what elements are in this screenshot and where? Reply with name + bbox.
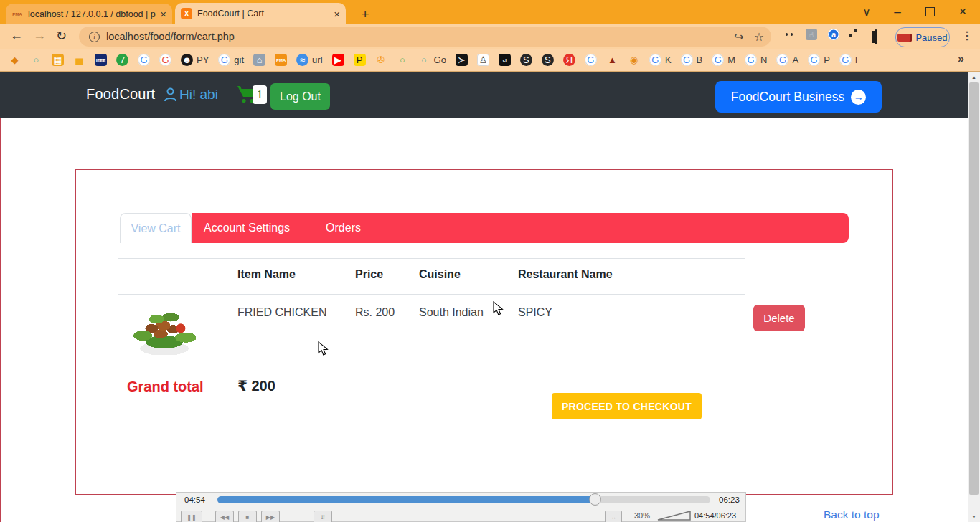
bookmark-label: I	[855, 54, 858, 65]
tab-bar: Account Settings Orders	[192, 213, 849, 243]
foodcourt-business-button[interactable]: FoodCourt Business →	[715, 81, 882, 113]
window-maximize-button[interactable]	[914, 0, 946, 24]
bookmark-item[interactable]: GP	[808, 54, 830, 66]
bookmark-item[interactable]: cl	[499, 54, 511, 66]
player-stop-button[interactable]: ■	[238, 511, 257, 522]
player-time-display: 04:54/06:23	[694, 511, 736, 520]
tab-view-cart[interactable]: View Cart	[120, 213, 192, 243]
new-tab-button[interactable]: +	[356, 5, 374, 24]
bookmark-favicon-icon: PMA	[275, 54, 287, 66]
user-greeting: Hi! abi	[179, 87, 218, 103]
player-rewind-button[interactable]: ◀◀	[215, 511, 234, 522]
bookmark-favicon-icon: ≻	[456, 54, 468, 66]
player-split-button[interactable]: ⇵	[314, 511, 332, 522]
bookmark-item[interactable]: ⌂	[253, 54, 265, 66]
bookmark-item[interactable]: GM	[712, 54, 735, 66]
hand-glyph: ☝	[806, 29, 817, 40]
browser-menu-kebab-icon[interactable]: ⋮	[961, 29, 973, 42]
mouse-cursor	[493, 301, 504, 316]
site-info-icon[interactable]: i	[89, 32, 100, 42]
volume-wedge-icon[interactable]	[657, 509, 692, 521]
bookmark-item[interactable]: G	[159, 54, 171, 66]
browser-tab-foodcourt-active[interactable]: X FoodCourt | Cart ×	[175, 3, 346, 24]
bookmark-label: B	[697, 54, 703, 65]
forward-icon[interactable]: →	[33, 28, 46, 43]
bookmark-item[interactable]: ▲	[606, 54, 618, 66]
proceed-to-checkout-button[interactable]: PROCEED TO CHECKOUT	[552, 393, 702, 419]
browser-tab-phpmyadmin[interactable]: PMA localhost / 127.0.0.1 / dbfood | p ×	[6, 4, 172, 24]
tab-close-icon[interactable]: ×	[160, 9, 166, 19]
bookmark-item[interactable]: S	[520, 54, 532, 66]
col-header-item-name: Item Name	[237, 268, 296, 281]
adblock-extension-icon[interactable]: a	[828, 29, 839, 40]
arrow-circle-icon: →	[851, 90, 866, 105]
bookmark-item[interactable]: ▦	[52, 54, 64, 66]
player-forward-button[interactable]: ▶▶	[261, 511, 280, 522]
side-panel-icon[interactable]	[875, 31, 877, 43]
delete-button[interactable]: Delete	[753, 305, 805, 331]
bookmark-favicon-icon: ▶	[332, 54, 344, 66]
bookmark-item[interactable]: ♙	[477, 54, 489, 66]
bookmark-item[interactable]: ○	[397, 54, 409, 66]
tab-orders[interactable]: Orders	[326, 222, 361, 234]
bookmark-item[interactable]: ○	[30, 54, 42, 66]
tab-close-icon[interactable]: ×	[334, 9, 340, 19]
bookmark-item[interactable]: ☻PY	[181, 54, 209, 66]
phpmyadmin-favicon-icon: PMA	[11, 9, 23, 20]
grand-total-amount: ₹ 200	[237, 377, 275, 394]
bookmark-item[interactable]: GB	[681, 54, 703, 66]
bookmark-item[interactable]: ≻	[456, 54, 468, 66]
bookmark-item[interactable]: G	[138, 54, 150, 66]
player-fit-button[interactable]: ↔	[605, 511, 622, 522]
bookmark-item[interactable]: G	[585, 54, 597, 66]
tab-account-settings[interactable]: Account Settings	[204, 222, 290, 234]
bookmark-item[interactable]: ◉	[628, 54, 640, 66]
tab-title: localhost / 127.0.0.1 / dbfood | p	[28, 9, 156, 19]
bookmark-label: K	[665, 54, 672, 65]
bookmark-label: PY	[197, 54, 209, 65]
bookmark-item[interactable]: GK	[649, 54, 672, 66]
bookmark-item[interactable]: ○Go	[418, 54, 446, 66]
scrollbar-thumb[interactable]	[969, 82, 979, 495]
bookmark-item[interactable]: Я	[563, 54, 575, 66]
bookmark-item[interactable]: PMA	[275, 54, 287, 66]
share-icon[interactable]: ↪	[734, 30, 743, 44]
bookmark-item[interactable]: S	[542, 54, 554, 66]
scrollbar-down-button[interactable]: ▼	[968, 511, 980, 522]
logout-button[interactable]: Log Out	[270, 83, 330, 110]
bookmarks-overflow-icon[interactable]: »	[958, 52, 964, 65]
bookmark-item[interactable]: GN	[745, 54, 767, 66]
recorder-paused-button[interactable]: Paused	[895, 27, 950, 47]
hand-extension-icon[interactable]: ☝	[806, 29, 817, 40]
bookmark-item[interactable]: ✇	[375, 54, 387, 66]
back-icon[interactable]: ←	[10, 28, 23, 43]
bookmark-item[interactable]: IEEE	[95, 54, 107, 66]
player-pause-button[interactable]: ❚❚	[181, 511, 202, 522]
reload-icon[interactable]: ↻	[56, 28, 67, 44]
window-close-button[interactable]: ×	[947, 0, 979, 24]
cart-count-badge: 1	[253, 85, 267, 104]
tab-search-chevron-icon[interactable]: ∨	[851, 0, 882, 24]
scrollbar-up-button[interactable]: ▲	[968, 72, 980, 82]
window-minimize-button[interactable]: –	[882, 0, 913, 24]
bookmark-favicon-icon: ○	[418, 54, 430, 66]
address-bar[interactable]: i localhost/food/form/cart.php ↪ ☆	[79, 27, 771, 47]
bookmark-item[interactable]: ▅	[73, 54, 85, 66]
bookmark-favicon-icon: ◉	[628, 54, 640, 66]
brand-foodcourt[interactable]: FoodCourt	[86, 86, 155, 103]
bookmark-item[interactable]: ▶	[332, 54, 344, 66]
bookmark-item[interactable]: GA	[776, 54, 798, 66]
bookmark-item[interactable]: ≈url	[296, 54, 322, 66]
bookmark-item[interactable]: GI	[839, 54, 858, 66]
bookmark-star-icon[interactable]: ☆	[754, 30, 764, 44]
url-text[interactable]: localhost/food/form/cart.php	[106, 31, 235, 42]
bookmark-item[interactable]: 7	[116, 54, 128, 66]
bookmark-item[interactable]: ◆	[9, 54, 21, 66]
bookmark-favicon-icon: ▅	[73, 54, 85, 66]
cell-item-name: FRIED CHICKEN	[237, 306, 326, 319]
bookmark-item[interactable]: P	[354, 54, 366, 66]
back-to-top-link[interactable]: Back to top	[824, 508, 880, 521]
player-progress-thumb[interactable]	[589, 493, 601, 506]
bookmark-item[interactable]: Ggit	[218, 54, 244, 66]
player-current-time: 04:54	[184, 495, 205, 504]
